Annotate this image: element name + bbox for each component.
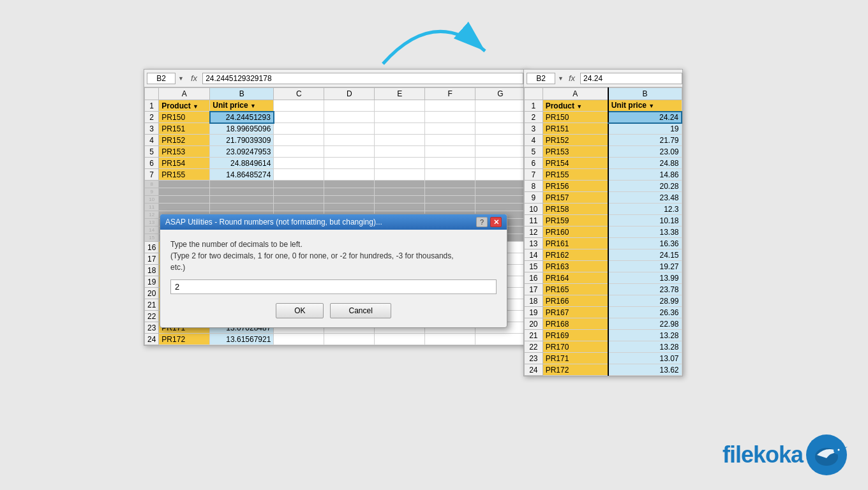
product-cell[interactable]: PR161 <box>542 238 608 249</box>
col-f-header-left[interactable]: F <box>425 88 475 100</box>
price-cell[interactable] <box>210 181 274 188</box>
price-cell[interactable]: 21.79 <box>608 135 682 146</box>
product-cell[interactable]: PR152 <box>542 135 608 146</box>
corner-header-right <box>525 88 543 100</box>
row-num: 13 <box>525 238 543 249</box>
col-a-header-left[interactable]: A <box>159 88 210 100</box>
col-d-header-left[interactable]: D <box>324 88 375 100</box>
col-e-header-left[interactable]: E <box>375 88 425 100</box>
price-cell[interactable]: 13.28 <box>608 330 682 341</box>
cancel-button[interactable]: Cancel <box>330 303 391 318</box>
product-header-cell[interactable]: Product ▼ <box>159 100 210 112</box>
product-cell[interactable]: PR170 <box>542 341 608 353</box>
price-cell[interactable]: 12.3 <box>608 204 682 215</box>
price-header-cell[interactable]: Unit price ▼ <box>210 100 274 112</box>
product-cell[interactable]: PR150 <box>159 112 210 123</box>
product-cell[interactable]: PR155 <box>159 169 210 181</box>
product-cell[interactable]: PR167 <box>542 307 608 318</box>
dialog-help-button[interactable]: ? <box>476 217 488 227</box>
product-cell[interactable]: PR154 <box>159 158 210 169</box>
price-cell[interactable]: 13.99 <box>608 272 682 284</box>
product-cell[interactable]: PR154 <box>542 158 608 169</box>
product-cell[interactable]: PR157 <box>542 192 608 204</box>
price-cell[interactable]: 13.62 <box>608 364 682 376</box>
price-cell[interactable]: 24.24451293 <box>210 112 274 123</box>
price-cell[interactable]: 24.24 <box>608 112 682 123</box>
col-c-header-left[interactable]: C <box>274 88 324 100</box>
table-row: 17PR16523.78 <box>525 284 682 295</box>
cell-ref-dropdown-left[interactable]: ▼ <box>178 75 186 82</box>
product-cell[interactable] <box>159 196 210 204</box>
product-cell[interactable]: PR150 <box>542 112 608 123</box>
decimals-input[interactable] <box>170 279 497 294</box>
product-cell[interactable]: PR169 <box>542 330 608 341</box>
price-cell[interactable]: 14.86485274 <box>210 169 274 181</box>
cell-ref-right[interactable]: B2 <box>527 73 555 84</box>
product-cell[interactable]: PR155 <box>542 169 608 181</box>
price-cell[interactable]: 23.09 <box>608 146 682 158</box>
product-cell[interactable]: PR156 <box>542 181 608 192</box>
price-cell[interactable] <box>210 204 274 211</box>
price-cell[interactable]: 10.18 <box>608 215 682 226</box>
price-header-cell[interactable]: Unit price ▼ <box>608 100 682 112</box>
price-cell[interactable]: 13.28 <box>608 341 682 353</box>
price-cell[interactable]: 13.61567921 <box>210 334 274 345</box>
price-cell[interactable]: 23.48 <box>608 192 682 204</box>
product-cell[interactable]: PR151 <box>542 123 608 135</box>
price-cell[interactable]: 14.86 <box>608 169 682 181</box>
price-cell[interactable]: 23.78 <box>608 284 682 295</box>
price-cell[interactable] <box>210 196 274 204</box>
price-cell[interactable]: 20.28 <box>608 181 682 192</box>
price-cell[interactable]: 24.88 <box>608 158 682 169</box>
price-cell[interactable]: 13.38 <box>608 226 682 238</box>
product-cell[interactable]: PR159 <box>542 215 608 226</box>
formula-input-right[interactable] <box>580 73 682 84</box>
price-cell[interactable]: 13.07 <box>608 353 682 364</box>
price-cell[interactable]: 26.36 <box>608 307 682 318</box>
product-cell[interactable]: PR160 <box>542 226 608 238</box>
dialog-close-button[interactable]: ✕ <box>490 217 502 227</box>
product-cell[interactable]: PR172 <box>159 334 210 345</box>
product-cell[interactable] <box>159 181 210 188</box>
product-cell[interactable]: PR162 <box>542 249 608 261</box>
product-cell[interactable]: PR163 <box>542 261 608 272</box>
product-cell[interactable]: PR153 <box>159 146 210 158</box>
cell-ref-dropdown-right[interactable]: ▼ <box>558 75 564 82</box>
price-cell[interactable]: 21.79039309 <box>210 135 274 146</box>
ok-button[interactable]: OK <box>276 303 324 318</box>
price-cell[interactable]: 16.36 <box>608 238 682 249</box>
price-cell[interactable]: 23.09247953 <box>210 146 274 158</box>
product-cell[interactable] <box>159 204 210 211</box>
table-row: 10PR15812.3 <box>525 204 682 215</box>
col-a-header-right[interactable]: A <box>542 88 608 100</box>
product-cell[interactable]: PR166 <box>542 295 608 307</box>
price-cell[interactable]: 19.27 <box>608 261 682 272</box>
col-g-header-left[interactable]: G <box>475 88 526 100</box>
col-b-header-left[interactable]: B <box>210 88 274 100</box>
product-cell[interactable]: PR153 <box>542 146 608 158</box>
price-cell[interactable]: 24.15 <box>608 249 682 261</box>
product-cell[interactable]: PR168 <box>542 318 608 330</box>
product-cell[interactable]: PR165 <box>542 284 608 295</box>
product-cell[interactable]: PR152 <box>159 135 210 146</box>
product-cell[interactable]: PR151 <box>159 123 210 135</box>
price-cell[interactable]: 28.99 <box>608 295 682 307</box>
price-cell[interactable]: 24.8849614 <box>210 158 274 169</box>
table-row: 5PR15323.09247953 <box>145 146 526 158</box>
product-cell[interactable]: PR158 <box>542 204 608 215</box>
product-cell[interactable]: PR171 <box>542 353 608 364</box>
price-cell[interactable]: 22.98 <box>608 318 682 330</box>
price-cell[interactable]: 18.99695096 <box>210 123 274 135</box>
table-row: 14PR16224.15 <box>525 249 682 261</box>
cell-ref-left[interactable]: B2 <box>147 73 176 84</box>
col-b-header-right[interactable]: B <box>608 88 682 100</box>
product-header-cell[interactable]: Product ▼ <box>542 100 608 112</box>
product-cell[interactable]: PR172 <box>542 364 608 376</box>
formula-bar-right: B2 ▼ fx <box>524 70 682 87</box>
row-num: 16 <box>145 242 159 253</box>
price-cell[interactable]: 19 <box>608 123 682 135</box>
price-cell[interactable] <box>210 188 274 196</box>
product-cell[interactable]: PR164 <box>542 272 608 284</box>
product-cell[interactable] <box>159 188 210 196</box>
row-num: 17 <box>525 284 543 295</box>
